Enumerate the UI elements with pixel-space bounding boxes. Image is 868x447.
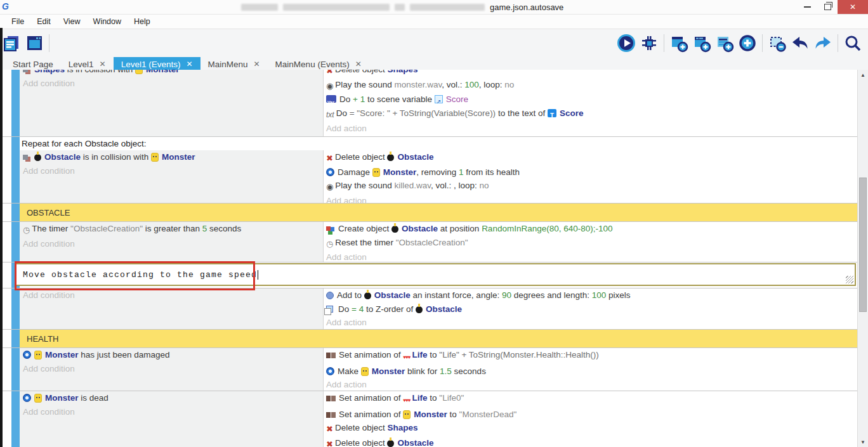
menu-window[interactable]: Window [87,17,128,26]
action-line[interactable]: Delete object Obstacle [326,436,858,447]
condition-line[interactable]: Shapes is in collision with Monster [23,70,323,77]
add-action-button[interactable]: Add action [326,378,858,392]
remove-selection-button[interactable] [766,32,789,55]
add-condition-button[interactable]: Add condition [23,405,323,419]
condition-line[interactable]: Monster has just been damaged [23,348,323,362]
tab-label: Start Page [13,60,53,69]
action-line[interactable]: Delete object Obstacle [326,150,858,165]
action-line[interactable]: Reset the timer "ObstacleCreation" [326,236,858,251]
action-line[interactable]: Do = "Score: " + ToString(Variable(Score… [326,107,858,122]
event-row[interactable]: Monster is deadAdd conditionSet animatio… [3,391,858,447]
sound-icon [326,79,333,93]
redacted-title-segment [395,4,405,11]
tab-mainmenu[interactable]: MainMenu✕ [201,57,268,71]
tab-close-icon[interactable]: ✕ [186,60,192,68]
text-segment: blink for [405,366,440,376]
debugger-button[interactable] [638,32,661,55]
action-line[interactable]: Create object Obstacle at position Rando… [326,222,858,236]
event-row[interactable]: Shapes is in collision with MonsterAdd c… [3,70,858,136]
monster-icon [34,394,42,403]
undo-button[interactable] [789,32,812,55]
add-event-button[interactable] [667,32,690,55]
menu-edit[interactable]: Edit [30,17,57,26]
action-line[interactable]: Set animation of Life to "Life" + ToStri… [326,348,858,365]
tab-close-icon[interactable]: ✕ [254,60,260,68]
action-line[interactable]: Set animation of Life to "Life0" [326,391,858,408]
tab-close-icon[interactable]: ✕ [355,60,362,68]
action-line[interactable]: Add to Obstacle an instant force, angle:… [326,288,858,302]
event-row[interactable]: Monster has just been damagedAdd conditi… [3,347,858,391]
toolbar-separator [838,34,838,52]
scroll-down-arrow-icon[interactable]: ▼ [858,437,868,447]
text-segment: RandomInRange(80, 640-80);-100 [482,224,612,233]
tab-level1-events[interactable]: Level1 (Events)✕ [114,57,201,71]
add-condition-button[interactable]: Add condition [23,237,323,251]
event-row[interactable]: Add conditionAdd to Obstacle an instant … [3,288,858,329]
tab-mainmenu-events[interactable]: MainMenu (Events)✕ [268,57,369,71]
add-comment-button[interactable] [713,32,736,55]
monster-icon [403,410,411,419]
text-segment: Play the sound [335,80,394,89]
add-action-button[interactable]: Add action [326,122,858,136]
text-segment: "Life" + ToString(Monster.Health::Health… [439,350,598,360]
conditions-column: The timer "ObstacleCreation" is greater … [20,222,324,264]
preview-play-button[interactable] [615,32,638,55]
scene-editor-button[interactable] [23,32,46,55]
action-line[interactable]: Do + 1 to scene variable Score [326,93,858,107]
menu-view[interactable]: View [57,17,87,26]
condition-line[interactable]: Obstacle is in collision with Monster [23,150,323,164]
action-line[interactable]: Delete object Shapes [326,70,858,78]
action-line[interactable]: Do = 4 to Z-order of Obstacle [326,302,858,316]
delete-icon [326,152,333,165]
action-line[interactable]: Make Monster blink for 1.5 seconds [326,365,858,379]
action-line[interactable]: Delete object Shapes [326,421,858,436]
scrollbar-thumb[interactable] [859,178,867,312]
action-line[interactable]: Set animation of Monster to "MonsterDead… [326,408,858,422]
comment-edit-textarea[interactable]: Move obstacle according to the game spee… [15,263,856,286]
text-segment: Make [338,366,361,376]
action-line[interactable]: Play the sound killed.wav, vol.: , loop:… [326,179,858,194]
tab-level1[interactable]: Level1✕ [61,57,114,71]
project-manager-button[interactable] [0,32,23,55]
add-action-button[interactable]: Add action [326,316,858,330]
condition-line[interactable]: The timer "ObstacleCreation" is greater … [23,222,323,237]
text-segment: seconds [207,224,241,233]
text-segment: Play the sound [335,181,394,190]
object-ref: Obstacle [397,152,433,162]
scrollbar[interactable]: ▲ ▼ [857,70,868,447]
minimize-button[interactable] [797,0,817,14]
add-condition-button[interactable]: Add condition [23,288,323,302]
action-line[interactable]: Play the sound monster.wav, vol.: 100, l… [326,78,858,93]
object-ref: Monster [414,410,447,419]
text-segment: is greater than [143,224,202,233]
text-segment: degrees and length: [511,290,592,300]
repeat-event[interactable]: Repeat for each Obstacle object:Obstacle… [3,136,858,203]
add-subevent-button[interactable] [690,32,713,55]
tab-start-page[interactable]: Start Page [5,57,61,71]
events-sheet: Shapes is in collision with MonsterAdd c… [0,70,858,447]
resize-handle-icon[interactable] [846,276,853,283]
menu-file[interactable]: File [5,17,30,26]
text-segment: Do [338,304,352,314]
add-condition-button[interactable]: Add condition [23,362,323,376]
text-segment: 1 [459,167,464,177]
restore-button[interactable] [817,0,838,14]
comment-event[interactable]: OBSTACLE [3,203,858,221]
tab-close-icon[interactable]: ✕ [100,60,106,68]
event-row[interactable]: The timer "ObstacleCreation" is greater … [3,221,858,262]
comment-event[interactable]: HEALTH [3,329,858,347]
redo-button[interactable] [812,32,834,55]
add-something-button[interactable] [736,32,759,55]
collision-icon [23,155,28,160]
add-condition-button[interactable]: Add condition [23,164,323,178]
search-button[interactable] [841,32,864,55]
close-button[interactable]: ✕ [838,0,868,14]
add-condition-button[interactable]: Add condition [23,77,323,91]
action-line[interactable]: Damage Monster, removing 1 from its heal… [326,165,858,179]
bomb-icon [416,306,423,313]
comment-event-editing[interactable]: Move obstacle according to the game spee… [3,262,858,288]
undo-icon [791,34,810,53]
menu-help[interactable]: Help [128,17,157,26]
scroll-up-arrow-icon[interactable]: ▲ [858,70,868,80]
condition-line[interactable]: Monster is dead [23,391,323,405]
